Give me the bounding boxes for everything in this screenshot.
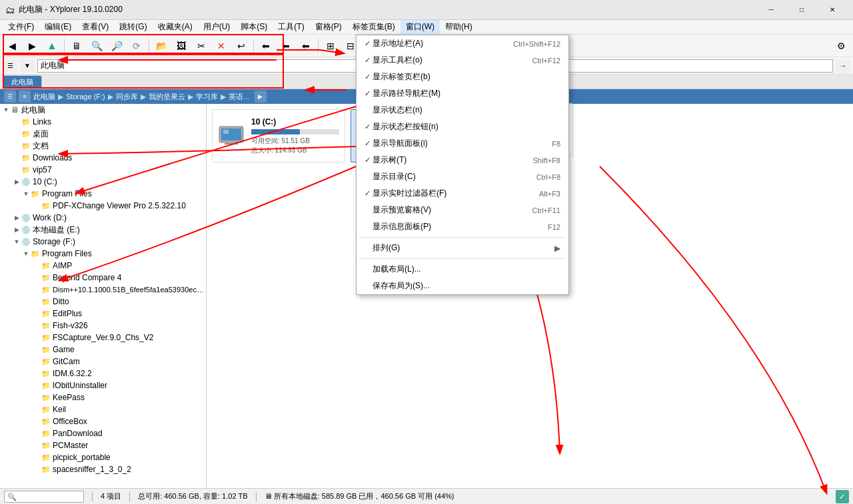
tree-item-gitcam[interactable]: 📁 GitCam — [0, 356, 206, 368]
tab-this-pc[interactable]: 此电脑 — [3, 75, 42, 89]
settings-button[interactable]: ⚙ — [832, 37, 850, 55]
drive-button[interactable]: 🖥 — [67, 37, 86, 55]
tree-item-iobit[interactable]: 📁 IObitUninstaller — [0, 379, 206, 391]
preview-button[interactable]: 🖼 — [172, 37, 191, 55]
tree-item-docs[interactable]: 📁 文档 — [0, 140, 206, 152]
dm-arrange[interactable]: 排列(G) ▶ — [357, 240, 568, 256]
tree-item-keil[interactable]: 📁 Keil — [0, 403, 206, 415]
dm-load-layout[interactable]: 加载布局(L)... — [357, 261, 568, 278]
menu-script[interactable]: 脚本(S) — [235, 20, 273, 34]
menu-edit[interactable]: 编辑(E) — [39, 20, 77, 34]
menu-view[interactable]: 查看(V) — [77, 20, 114, 34]
find-button[interactable]: 🔎 — [107, 37, 126, 55]
tree-item-idm[interactable]: 📁 IDM.6.32.2 — [0, 368, 206, 379]
tree-item-c-progfiles[interactable]: ▼ 📁 Program Files — [0, 188, 206, 200]
tree-item-editplus[interactable]: 📁 EditPlus — [0, 308, 206, 320]
dm-show-catalog[interactable]: 显示目录(C) Ctrl+F8 — [357, 168, 568, 185]
new-tab-button[interactable]: ⊞ — [321, 37, 340, 55]
tree-item-officebox[interactable]: 📁 OfficeBox — [0, 415, 206, 427]
menu-window[interactable]: 窗口(W) — [401, 20, 440, 34]
back-button[interactable]: ◀ — [3, 37, 21, 55]
tree-item-f-drive[interactable]: ▼ 💿 Storage (F:) — [0, 236, 206, 248]
tree-item-desktop[interactable]: 📁 桌面 — [0, 128, 206, 140]
dm-show-preview[interactable]: 显示预览窗格(V) Ctrl+F11 — [357, 202, 568, 218]
tree-item-f-progfiles[interactable]: ▼ 📁 Program Files — [0, 248, 206, 260]
tree-item-pandownload[interactable]: 📁 PanDownload — [0, 427, 206, 439]
menu-goto[interactable]: 跳转(G) — [114, 20, 152, 34]
addr-nav-btn[interactable]: ☰ — [3, 59, 17, 73]
addr-list-btn[interactable]: ▼ — [20, 59, 35, 73]
tree-item-game[interactable]: 📁 Game — [0, 344, 206, 356]
menu-favorites[interactable]: 收藏夹(A) — [153, 20, 198, 34]
dm-save-layout[interactable]: 保存布局为(S)... — [357, 278, 568, 294]
addr-go-btn[interactable]: → — [836, 59, 850, 73]
expand-icon[interactable]: ▼ — [21, 249, 31, 258]
tree-item-spacesniffer[interactable]: 📁 spacesniffer_1_3_0_2 — [0, 463, 206, 475]
search-button[interactable]: 🔍 — [87, 37, 106, 55]
tree-item-dism[interactable]: 📁 Dism++10.1.1000.51B_6feef5fa1ea53930ec… — [0, 284, 206, 296]
menu-help[interactable]: 帮助(H) — [440, 20, 478, 34]
rename-button[interactable]: ⬅ — [297, 37, 315, 55]
menu-pane[interactable]: 窗格(P) — [310, 20, 347, 34]
dm-show-tabbar[interactable]: ✓ 显示标签页栏(b) — [357, 69, 568, 85]
expand-icon[interactable]: ▶ — [12, 225, 21, 234]
tree-item-beyond-compare[interactable]: 📁 Beyond Compare 4 — [0, 272, 206, 284]
drive-card-c[interactable]: 10 (C:) 可用空间: 51.51 GB 总大小: 114.93 GB — [212, 109, 345, 162]
bc-storage[interactable]: Storage (F:) — [66, 93, 105, 101]
tree-item-e-drive[interactable]: ▶ 💿 本地磁盘 (E:) — [0, 224, 206, 236]
menu-tabset[interactable]: 标签页集(B) — [347, 20, 401, 34]
paste-button[interactable]: ⬅ — [277, 37, 295, 55]
dm-show-addressbar[interactable]: ✓ 显示地址栏(A) Ctrl+Shift+F12 — [357, 35, 568, 52]
expand-icon[interactable]: ▼ — [21, 189, 31, 198]
expand-icon[interactable]: ▶ — [12, 177, 21, 186]
bc-right-btn[interactable]: ▶ — [255, 91, 267, 103]
undo-button[interactable]: ↩ — [232, 37, 251, 55]
bc-menu-btn[interactable]: ☰ — [4, 91, 16, 103]
cut-button[interactable]: ✂ — [192, 37, 211, 55]
tree-item-fscapture[interactable]: 📁 FSCapture_Ver.9.0_Chs_V2 — [0, 332, 206, 344]
expand-icon[interactable]: ▶ — [12, 213, 21, 222]
tree-item-fish[interactable]: 📁 Fish-v326 — [0, 320, 206, 332]
tree-item-keepass[interactable]: 📁 KeePass — [0, 391, 206, 403]
dm-show-infopanel[interactable]: 显示信息面板(P) F12 — [357, 218, 568, 235]
tree-item-picpick[interactable]: 📁 picpick_portable — [0, 451, 206, 463]
tree-item-c-drive[interactable]: ▶ 💿 10 (C:) — [0, 176, 206, 188]
dm-show-toolbar[interactable]: ✓ 显示工具栏(o) Ctrl+F12 — [357, 52, 568, 69]
dm-show-breadcrumb[interactable]: ✓ 显示路径导航栏(M) — [357, 85, 568, 102]
bc-nutstore[interactable]: 我的坚果云 — [149, 92, 185, 102]
close-button[interactable]: ✕ — [817, 0, 848, 20]
status-search-input[interactable] — [4, 491, 84, 503]
tree-item-pdf-xchange[interactable]: 📁 PDF-XChange Viewer Pro 2.5.322.10 — [0, 200, 206, 212]
expand-icon[interactable]: ▼ — [12, 237, 21, 246]
dm-show-navpanel[interactable]: ✓ 显示导航面板(i) F8 — [357, 135, 568, 152]
dm-show-statusbar[interactable]: 显示状态栏(n) — [357, 102, 568, 119]
minimize-button[interactable]: ─ — [756, 0, 786, 20]
menu-tools[interactable]: 工具(T) — [273, 20, 309, 34]
dm-show-livefilter[interactable]: ✓ 显示实时过滤器栏(F) Alt+F3 — [357, 185, 568, 202]
delete-button[interactable]: ✕ — [212, 37, 231, 55]
bc-sync[interactable]: 同步库 — [116, 92, 138, 102]
menu-file[interactable]: 文件(F) — [3, 20, 39, 34]
bc-list-btn[interactable]: ≡ — [19, 91, 31, 103]
tree-item-d-drive[interactable]: ▶ 💿 Work (D:) — [0, 212, 206, 224]
tree-item-ditto[interactable]: 📁 Ditto — [0, 296, 206, 308]
bc-pc[interactable]: 此电脑 — [33, 92, 55, 102]
tree-item-links[interactable]: 📁 Links — [0, 116, 206, 128]
bc-study[interactable]: 学习库 — [196, 92, 218, 102]
tree-item-pcmaster[interactable]: 📁 PCMaster — [0, 439, 206, 451]
dm-show-statusbuttons[interactable]: ✓ 显示状态栏按钮(n) — [357, 119, 568, 135]
menu-user[interactable]: 用户(U) — [198, 20, 236, 34]
tree-item-aimp[interactable]: 📁 AIMP — [0, 260, 206, 272]
open-button[interactable]: 📂 — [152, 37, 171, 55]
tree-item-vip57[interactable]: 📁 vip57 — [0, 164, 206, 176]
tree-item-this-pc[interactable]: ▼ 🖥 此电脑 — [0, 104, 206, 116]
forward-button[interactable]: ▶ — [23, 37, 41, 55]
tree-item-downloads[interactable]: 📁 Downloads — [0, 152, 206, 164]
up-button[interactable]: ▲ — [43, 37, 61, 55]
sync-button[interactable]: ⟳ — [127, 37, 146, 55]
expand-icon[interactable]: ▼ — [1, 105, 11, 115]
dm-show-tree[interactable]: ✓ 显示树(T) Shift+F8 — [357, 152, 568, 168]
maximize-button[interactable]: □ — [786, 0, 817, 20]
bc-english[interactable]: 英语... — [229, 92, 249, 102]
copy-path-button[interactable]: ⬅ — [257, 37, 275, 55]
